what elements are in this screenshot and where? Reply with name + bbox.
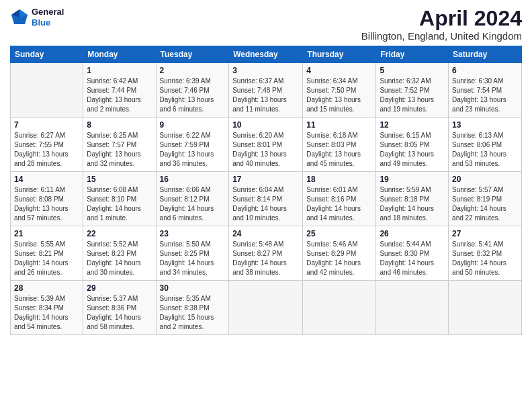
day-number: 6 [452, 66, 518, 75]
calendar-cell [11, 63, 83, 118]
calendar-cell: 23Sunrise: 5:50 AM Sunset: 8:25 PM Dayli… [156, 226, 229, 281]
day-info: Sunrise: 6:15 AM Sunset: 8:05 PM Dayligh… [380, 131, 445, 169]
day-number: 28 [14, 283, 79, 293]
day-info: Sunrise: 5:41 AM Sunset: 8:32 PM Dayligh… [452, 240, 518, 277]
day-info: Sunrise: 5:59 AM Sunset: 8:18 PM Dayligh… [380, 185, 445, 223]
calendar-cell: 5Sunrise: 6:32 AM Sunset: 7:52 PM Daylig… [376, 63, 449, 118]
day-header-wednesday: Wednesday [229, 46, 303, 63]
calendar-cell [303, 281, 376, 335]
calendar-cell: 12Sunrise: 6:15 AM Sunset: 8:05 PM Dayli… [376, 118, 449, 172]
calendar-cell [376, 281, 449, 335]
calendar-week-3: 14Sunrise: 6:11 AM Sunset: 8:08 PM Dayli… [11, 172, 522, 226]
day-info: Sunrise: 6:08 AM Sunset: 8:10 PM Dayligh… [87, 185, 152, 223]
calendar-cell: 11Sunrise: 6:18 AM Sunset: 8:03 PM Dayli… [303, 118, 376, 172]
day-number: 22 [87, 229, 152, 238]
day-number: 2 [160, 66, 226, 75]
day-number: 15 [87, 175, 152, 184]
day-number: 21 [14, 229, 79, 238]
calendar-cell: 4Sunrise: 6:34 AM Sunset: 7:50 PM Daylig… [303, 63, 376, 118]
day-number: 18 [306, 175, 372, 184]
title-area: April 2024 Billington, England, United K… [361, 7, 522, 42]
day-info: Sunrise: 6:13 AM Sunset: 8:06 PM Dayligh… [452, 131, 518, 169]
calendar: SundayMondayTuesdayWednesdayThursdayFrid… [10, 46, 522, 335]
day-number: 23 [160, 229, 226, 238]
calendar-cell: 27Sunrise: 5:41 AM Sunset: 8:32 PM Dayli… [449, 226, 522, 281]
calendar-cell: 15Sunrise: 6:08 AM Sunset: 8:10 PM Dayli… [83, 172, 156, 226]
day-info: Sunrise: 5:44 AM Sunset: 8:30 PM Dayligh… [380, 240, 445, 277]
day-info: Sunrise: 6:22 AM Sunset: 7:59 PM Dayligh… [160, 131, 226, 169]
logo-general: General [32, 7, 64, 17]
day-info: Sunrise: 5:55 AM Sunset: 8:21 PM Dayligh… [14, 240, 79, 277]
day-number: 12 [380, 120, 445, 130]
calendar-cell: 19Sunrise: 5:59 AM Sunset: 8:18 PM Dayli… [376, 172, 449, 226]
day-info: Sunrise: 5:57 AM Sunset: 8:19 PM Dayligh… [452, 185, 518, 223]
calendar-cell [229, 281, 303, 335]
day-number: 13 [452, 120, 518, 130]
day-info: Sunrise: 6:27 AM Sunset: 7:55 PM Dayligh… [14, 131, 79, 169]
day-header-saturday: Saturday [449, 46, 522, 63]
day-number: 4 [306, 66, 372, 75]
calendar-week-4: 21Sunrise: 5:55 AM Sunset: 8:21 PM Dayli… [11, 226, 522, 281]
day-number: 5 [380, 66, 445, 75]
calendar-week-2: 7Sunrise: 6:27 AM Sunset: 7:55 PM Daylig… [11, 118, 522, 172]
calendar-cell: 20Sunrise: 5:57 AM Sunset: 8:19 PM Dayli… [449, 172, 522, 226]
day-info: Sunrise: 5:37 AM Sunset: 8:36 PM Dayligh… [87, 294, 152, 332]
day-info: Sunrise: 6:32 AM Sunset: 7:52 PM Dayligh… [380, 77, 445, 114]
calendar-cell: 8Sunrise: 6:25 AM Sunset: 7:57 PM Daylig… [83, 118, 156, 172]
day-number: 8 [87, 120, 152, 130]
day-number: 11 [306, 120, 372, 130]
day-info: Sunrise: 6:34 AM Sunset: 7:50 PM Dayligh… [306, 77, 372, 114]
calendar-cell [449, 281, 522, 335]
day-number: 17 [232, 175, 299, 184]
day-info: Sunrise: 6:25 AM Sunset: 7:57 PM Dayligh… [87, 131, 152, 169]
day-number: 10 [232, 120, 299, 130]
day-info: Sunrise: 6:20 AM Sunset: 8:01 PM Dayligh… [232, 131, 299, 169]
day-info: Sunrise: 6:01 AM Sunset: 8:16 PM Dayligh… [306, 185, 372, 223]
calendar-cell: 28Sunrise: 5:39 AM Sunset: 8:34 PM Dayli… [11, 281, 83, 335]
day-number: 25 [306, 229, 372, 238]
day-header-thursday: Thursday [303, 46, 376, 63]
calendar-cell: 13Sunrise: 6:13 AM Sunset: 8:06 PM Dayli… [449, 118, 522, 172]
day-info: Sunrise: 6:06 AM Sunset: 8:12 PM Dayligh… [160, 185, 226, 223]
day-header-monday: Monday [83, 46, 156, 63]
day-number: 9 [160, 120, 226, 130]
calendar-cell: 7Sunrise: 6:27 AM Sunset: 7:55 PM Daylig… [11, 118, 83, 172]
calendar-cell: 6Sunrise: 6:30 AM Sunset: 7:54 PM Daylig… [449, 63, 522, 118]
logo-blue: Blue [32, 17, 64, 28]
day-info: Sunrise: 5:50 AM Sunset: 8:25 PM Dayligh… [160, 240, 226, 277]
calendar-header-row: SundayMondayTuesdayWednesdayThursdayFrid… [11, 46, 522, 63]
day-info: Sunrise: 6:42 AM Sunset: 7:44 PM Dayligh… [87, 77, 152, 114]
day-info: Sunrise: 5:46 AM Sunset: 8:29 PM Dayligh… [306, 240, 372, 277]
calendar-cell: 21Sunrise: 5:55 AM Sunset: 8:21 PM Dayli… [11, 226, 83, 281]
calendar-cell: 24Sunrise: 5:48 AM Sunset: 8:27 PM Dayli… [229, 226, 303, 281]
logo-icon [10, 8, 29, 27]
day-header-friday: Friday [376, 46, 449, 63]
calendar-cell: 30Sunrise: 5:35 AM Sunset: 8:38 PM Dayli… [156, 281, 229, 335]
calendar-cell: 14Sunrise: 6:11 AM Sunset: 8:08 PM Dayli… [11, 172, 83, 226]
day-number: 29 [87, 283, 152, 293]
day-info: Sunrise: 5:35 AM Sunset: 8:38 PM Dayligh… [160, 294, 226, 332]
calendar-cell: 2Sunrise: 6:39 AM Sunset: 7:46 PM Daylig… [156, 63, 229, 118]
day-info: Sunrise: 6:04 AM Sunset: 8:14 PM Dayligh… [232, 185, 299, 223]
day-info: Sunrise: 6:11 AM Sunset: 8:08 PM Dayligh… [14, 185, 79, 223]
day-number: 7 [14, 120, 79, 130]
day-number: 3 [232, 66, 299, 75]
calendar-cell: 17Sunrise: 6:04 AM Sunset: 8:14 PM Dayli… [229, 172, 303, 226]
day-info: Sunrise: 6:37 AM Sunset: 7:48 PM Dayligh… [232, 77, 299, 114]
calendar-cell: 10Sunrise: 6:20 AM Sunset: 8:01 PM Dayli… [229, 118, 303, 172]
calendar-cell: 1Sunrise: 6:42 AM Sunset: 7:44 PM Daylig… [83, 63, 156, 118]
day-info: Sunrise: 5:52 AM Sunset: 8:23 PM Dayligh… [87, 240, 152, 277]
calendar-cell: 9Sunrise: 6:22 AM Sunset: 7:59 PM Daylig… [156, 118, 229, 172]
calendar-cell: 22Sunrise: 5:52 AM Sunset: 8:23 PM Dayli… [83, 226, 156, 281]
day-number: 26 [380, 229, 445, 238]
calendar-week-1: 1Sunrise: 6:42 AM Sunset: 7:44 PM Daylig… [11, 63, 522, 118]
day-number: 1 [87, 66, 152, 75]
month-title: April 2024 [361, 7, 522, 30]
day-info: Sunrise: 5:48 AM Sunset: 8:27 PM Dayligh… [232, 240, 299, 277]
day-info: Sunrise: 5:39 AM Sunset: 8:34 PM Dayligh… [14, 294, 79, 332]
day-header-tuesday: Tuesday [156, 46, 229, 63]
calendar-cell: 3Sunrise: 6:37 AM Sunset: 7:48 PM Daylig… [229, 63, 303, 118]
calendar-cell: 25Sunrise: 5:46 AM Sunset: 8:29 PM Dayli… [303, 226, 376, 281]
day-info: Sunrise: 6:39 AM Sunset: 7:46 PM Dayligh… [160, 77, 226, 114]
day-number: 24 [232, 229, 299, 238]
